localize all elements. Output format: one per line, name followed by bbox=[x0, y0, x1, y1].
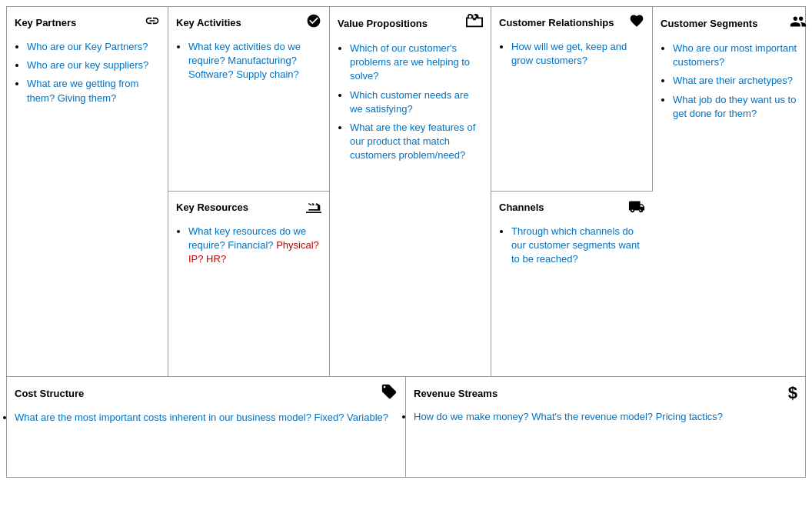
list-item: What key activities do we require? Manuf… bbox=[188, 40, 321, 82]
customer-relationships-cell: Customer Relationships How will we get, … bbox=[491, 7, 653, 192]
value-propositions-header: Value Propositions bbox=[338, 13, 483, 34]
customer-relationships-icon bbox=[629, 13, 644, 32]
list-item: What key resources do we require? Financ… bbox=[188, 225, 321, 267]
list-item: What are their archetypes? bbox=[673, 74, 807, 88]
key-partners-cell: Key Partners Who are our Key Partners? W… bbox=[7, 7, 168, 376]
list-item: Which customer needs are we satisfying? bbox=[350, 88, 483, 116]
customer-segments-header: Customer Segments bbox=[661, 13, 807, 34]
list-item: What job do they want us to get done for… bbox=[673, 93, 807, 121]
list-item: Who are our most important customers? bbox=[673, 42, 807, 69]
list-item: What are the most important costs inhere… bbox=[15, 412, 398, 423]
business-model-canvas: Key Partners Who are our Key Partners? W… bbox=[6, 6, 806, 478]
channels-title: Channels bbox=[499, 202, 544, 213]
cost-structure-title: Cost Structure bbox=[15, 388, 84, 399]
list-item: What are we getting from them? Giving th… bbox=[27, 77, 160, 105]
list-item: Through which channels do our customer s… bbox=[511, 225, 645, 267]
customer-segments-icon bbox=[790, 13, 807, 34]
cost-structure-cell: Cost Structure What are the most importa… bbox=[7, 377, 406, 477]
key-partners-list: Who are our Key Partners? Who are our ke… bbox=[15, 40, 160, 105]
list-item: How do we make money? What's the revenue… bbox=[414, 411, 797, 422]
revenue-streams-list: How do we make money? What's the revenue… bbox=[414, 411, 797, 422]
bottom-grid: Cost Structure What are the most importa… bbox=[7, 377, 805, 477]
cost-structure-icon bbox=[381, 383, 398, 404]
value-propositions-cell: Value Propositions Which of our customer… bbox=[330, 7, 491, 376]
channels-header: Channels bbox=[499, 198, 645, 217]
customer-relationships-title: Customer Relationships bbox=[499, 17, 614, 28]
customer-relationships-list: How will we get, keep and grow customers… bbox=[499, 40, 644, 68]
key-activities-list: What key activities do we require? Manuf… bbox=[176, 40, 321, 82]
revenue-streams-title: Revenue Streams bbox=[414, 388, 498, 399]
revenue-streams-cell: Revenue Streams $ How do we make money? … bbox=[406, 377, 805, 477]
key-partners-header: Key Partners bbox=[15, 13, 160, 32]
key-activities-header: Key Activities bbox=[176, 13, 321, 32]
channels-icon bbox=[628, 198, 645, 217]
key-resources-list: What key resources do we require? Financ… bbox=[176, 225, 321, 267]
key-activities-cell: Key Activities What key activities do we… bbox=[168, 7, 330, 192]
key-activities-icon bbox=[306, 13, 321, 32]
customer-segments-list: Who are our most important customers? Wh… bbox=[661, 42, 807, 121]
key-activities-title: Key Activities bbox=[176, 17, 241, 28]
list-item: What are the key features of our product… bbox=[350, 121, 483, 163]
key-resources-icon bbox=[306, 198, 321, 217]
top-grid: Key Partners Who are our Key Partners? W… bbox=[7, 7, 805, 377]
list-item: How will we get, keep and grow customers… bbox=[511, 40, 644, 68]
list-item: Who are our Key Partners? bbox=[27, 40, 160, 54]
value-propositions-list: Which of our customer's problems are we … bbox=[338, 42, 483, 163]
key-partners-title: Key Partners bbox=[15, 17, 76, 28]
channels-cell: Channels Through which channels do our c… bbox=[491, 192, 653, 376]
channels-list: Through which channels do our customer s… bbox=[499, 225, 645, 267]
value-propositions-title: Value Propositions bbox=[338, 18, 428, 29]
key-resources-title: Key Resources bbox=[176, 202, 248, 213]
list-item: Who are our key suppliers? bbox=[27, 58, 160, 72]
cost-structure-header: Cost Structure bbox=[15, 383, 398, 404]
customer-segments-cell: Customer Segments Who are our most impor… bbox=[653, 7, 812, 376]
cost-structure-list: What are the most important costs inhere… bbox=[15, 412, 398, 423]
value-propositions-icon bbox=[466, 13, 483, 34]
revenue-streams-header: Revenue Streams $ bbox=[414, 383, 797, 403]
key-partners-icon bbox=[145, 13, 160, 32]
key-resources-header: Key Resources bbox=[176, 198, 321, 217]
customer-segments-title: Customer Segments bbox=[661, 18, 757, 29]
key-resources-cell: Key Resources What key resources do we r… bbox=[168, 192, 330, 376]
revenue-streams-icon: $ bbox=[788, 383, 797, 403]
customer-relationships-header: Customer Relationships bbox=[499, 13, 644, 32]
list-item: Which of our customer's problems are we … bbox=[350, 42, 483, 84]
